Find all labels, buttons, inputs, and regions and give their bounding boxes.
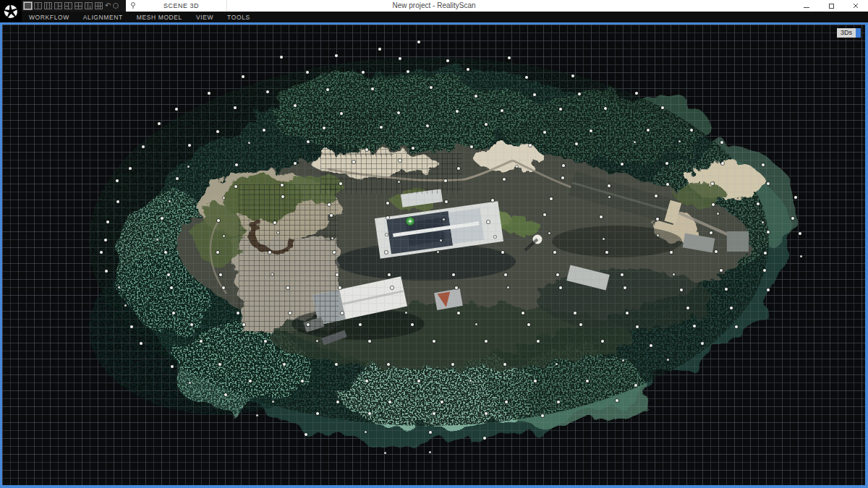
viewport-type-label: 3Ds <box>837 28 856 38</box>
viewport-accent-handle[interactable] <box>856 28 861 38</box>
menu-bar: WORKFLOW ALIGNMENT MESH MODEL VIEW TOOLS <box>0 12 868 22</box>
layout-grid-six-icon[interactable] <box>95 2 103 9</box>
close-icon <box>853 3 859 9</box>
close-button[interactable] <box>843 0 868 12</box>
menu-mesh-model[interactable]: MESH MODEL <box>137 14 182 21</box>
tab-scene-3d[interactable]: SCENE 3D <box>126 0 227 12</box>
minimize-icon <box>804 7 809 8</box>
tab-label: SCENE 3D <box>136 2 226 9</box>
title-bar: ↶ SCENE 3D New project - RealityScan <box>0 0 868 12</box>
restore-icon <box>829 4 834 9</box>
restore-button[interactable] <box>819 0 843 12</box>
undo-layout-icon[interactable]: ↶ <box>105 2 111 9</box>
viewport-3d[interactable]: 3Ds <box>0 22 868 488</box>
layout-two-plus-one-icon[interactable] <box>64 2 72 9</box>
application-window: ↶ SCENE 3D New project - RealityScan <box>0 0 868 488</box>
menu-alignment[interactable]: ALIGNMENT <box>83 14 123 21</box>
layout-columns-wide-icon[interactable] <box>85 2 93 9</box>
layout-quick-toolbar: ↶ <box>24 1 119 10</box>
viewport-type-badge[interactable]: 3Ds <box>837 28 861 38</box>
window-controls <box>794 0 868 12</box>
point-cloud-scene <box>2 25 865 485</box>
menu-workflow[interactable]: WORKFLOW <box>29 14 69 21</box>
restore-layout-icon[interactable] <box>113 3 119 9</box>
blockhouse-building <box>727 231 749 252</box>
realityscan-logo <box>0 0 22 22</box>
menu-tools[interactable]: TOOLS <box>227 14 250 21</box>
minimize-button[interactable] <box>794 0 819 12</box>
layout-three-columns-icon[interactable] <box>44 2 52 9</box>
menu-view[interactable]: VIEW <box>196 14 213 21</box>
layout-single-pane-icon[interactable] <box>24 2 32 9</box>
layout-two-columns-icon[interactable] <box>34 2 42 9</box>
layout-grid-four-icon[interactable] <box>75 2 82 9</box>
layout-one-plus-two-icon[interactable] <box>54 2 62 9</box>
scene-marker[interactable] <box>407 218 414 226</box>
pin-icon <box>130 2 136 9</box>
